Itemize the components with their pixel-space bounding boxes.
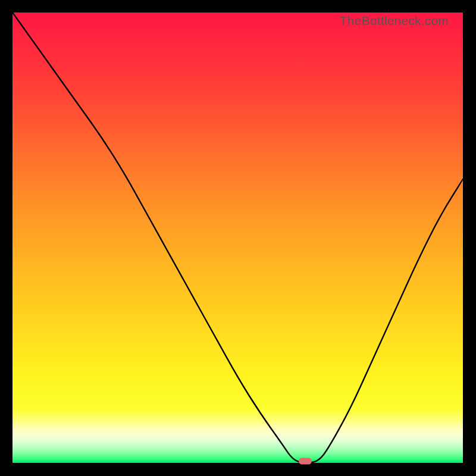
chart-frame: TheBottleneck.com	[0, 0, 476, 476]
optimal-marker	[299, 458, 312, 465]
bottleneck-curve	[12, 12, 463, 463]
plot-area: TheBottleneck.com	[12, 12, 463, 463]
